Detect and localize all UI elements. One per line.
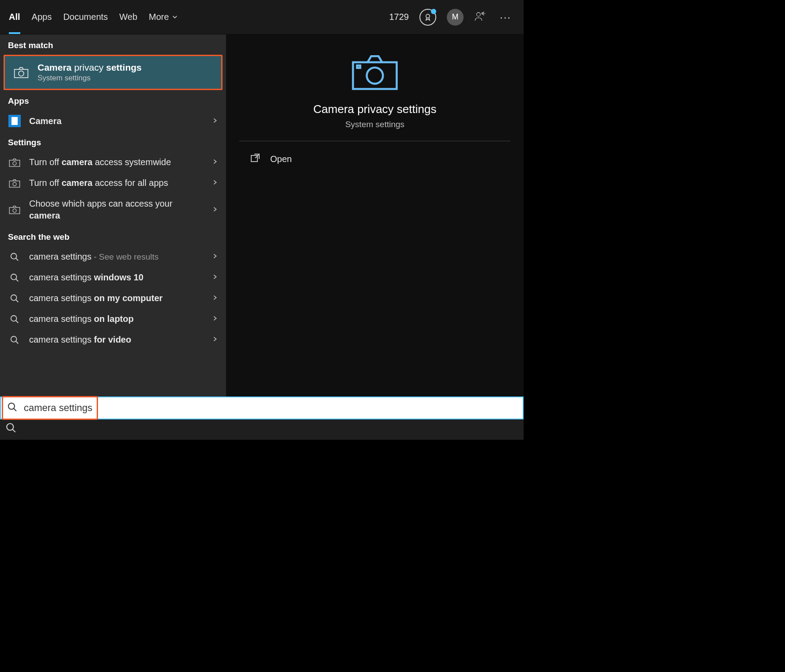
taskbar-search-icon[interactable] <box>0 419 524 440</box>
detail-header: Camera privacy settings System settings <box>239 34 510 141</box>
chevron-right-icon <box>212 205 218 215</box>
web-result-label: camera settings on laptop <box>29 313 204 325</box>
svg-point-14 <box>11 315 17 321</box>
svg-point-0 <box>426 14 430 18</box>
chevron-right-icon <box>212 158 218 167</box>
main-split: Best match Camera privacy settings Syste… <box>0 34 524 396</box>
tabs-left: All Apps Documents Web More <box>9 0 178 34</box>
search-icon <box>8 252 21 262</box>
search-icon <box>8 335 21 345</box>
apps-heading: Apps <box>0 90 226 110</box>
best-match-result[interactable]: Camera privacy settings System settings <box>4 55 223 90</box>
detail-title: Camera privacy settings <box>313 102 437 116</box>
chevron-right-icon <box>212 273 218 282</box>
svg-point-11 <box>11 253 17 259</box>
svg-rect-7 <box>9 181 19 187</box>
best-match-text: Camera privacy settings System settings <box>38 62 142 83</box>
setting-result-label: Choose which apps can access your camera <box>29 198 204 222</box>
search-bar-area <box>0 396 524 419</box>
web-result-label: camera settings for video <box>29 334 204 346</box>
svg-point-12 <box>11 274 17 279</box>
chevron-right-icon <box>212 178 218 188</box>
web-heading: Search the web <box>0 226 226 246</box>
avatar[interactable]: M <box>447 9 464 26</box>
tab-more-label: More <box>149 12 169 22</box>
search-icon <box>1 402 24 414</box>
setting-result-label: Turn off camera access systemwide <box>29 156 204 168</box>
svg-point-10 <box>13 209 16 212</box>
notification-dot-icon <box>431 9 436 14</box>
chevron-right-icon <box>212 117 218 126</box>
search-input[interactable] <box>24 397 523 419</box>
svg-rect-9 <box>9 208 19 214</box>
search-icon <box>8 273 21 283</box>
chevron-down-icon <box>172 12 178 22</box>
best-match-subtitle: System settings <box>38 74 142 83</box>
svg-point-20 <box>8 403 15 409</box>
camera-icon <box>351 52 399 94</box>
settings-heading: Settings <box>0 132 226 152</box>
svg-point-8 <box>13 182 16 186</box>
detail-subtitle: System settings <box>345 120 404 129</box>
tab-documents[interactable]: Documents <box>63 0 108 34</box>
web-result-2[interactable]: camera settings on my computer <box>0 288 226 309</box>
svg-point-21 <box>7 423 13 430</box>
best-match-title: Camera privacy settings <box>38 62 142 73</box>
tabs-right: 1729 M ··· <box>389 9 515 26</box>
tab-more[interactable]: More <box>149 0 178 34</box>
camera-icon <box>13 64 30 81</box>
chevron-right-icon <box>212 294 218 303</box>
search-window: All Apps Documents Web More 1729 M ··· <box>0 0 524 440</box>
camera-icon <box>8 158 21 167</box>
open-icon <box>250 153 260 165</box>
web-result-label: camera settings on my computer <box>29 292 204 304</box>
setting-result-label: Turn off camera access for all apps <box>29 177 204 189</box>
web-result-0[interactable]: camera settings - See web results <box>0 246 226 267</box>
camera-icon <box>8 205 21 215</box>
svg-point-17 <box>367 68 383 84</box>
chevron-right-icon <box>212 335 218 344</box>
more-options-icon[interactable]: ··· <box>496 11 515 23</box>
setting-result-2[interactable]: Choose which apps can access your camera <box>0 193 226 226</box>
detail-pane: Camera privacy settings System settings … <box>226 34 524 396</box>
rewards-icon[interactable] <box>419 9 436 26</box>
svg-point-13 <box>11 294 17 300</box>
app-result-camera[interactable]: Camera <box>0 110 226 132</box>
camera-icon <box>8 178 21 188</box>
svg-point-1 <box>476 12 480 16</box>
app-result-label: Camera <box>29 115 204 127</box>
chevron-right-icon <box>212 314 218 324</box>
tab-apps[interactable]: Apps <box>32 0 52 34</box>
open-label: Open <box>270 154 292 164</box>
rewards-points: 1729 <box>389 12 409 22</box>
web-result-label: camera settings windows 10 <box>29 272 204 283</box>
tabs-bar: All Apps Documents Web More 1729 M ··· <box>0 0 524 34</box>
best-match-heading: Best match <box>0 34 226 55</box>
app-icon <box>8 115 21 127</box>
svg-point-6 <box>13 162 16 165</box>
setting-result-0[interactable]: Turn off camera access systemwide <box>0 152 226 173</box>
tab-web[interactable]: Web <box>119 0 137 34</box>
tab-all[interactable]: All <box>9 0 20 34</box>
search-icon <box>8 294 21 303</box>
svg-point-4 <box>19 71 24 76</box>
web-result-label: camera settings - See web results <box>29 251 204 263</box>
search-bar[interactable] <box>0 396 524 419</box>
chevron-right-icon <box>212 252 218 261</box>
svg-rect-5 <box>9 160 19 166</box>
setting-result-1[interactable]: Turn off camera access for all apps <box>0 173 226 193</box>
web-result-3[interactable]: camera settings on laptop <box>0 309 226 329</box>
open-action[interactable]: Open <box>226 141 524 177</box>
web-result-4[interactable]: camera settings for video <box>0 329 226 350</box>
search-icon <box>8 314 21 324</box>
svg-rect-18 <box>357 65 360 68</box>
people-icon[interactable] <box>474 11 486 24</box>
web-result-1[interactable]: camera settings windows 10 <box>0 267 226 288</box>
results-pane: Best match Camera privacy settings Syste… <box>0 34 226 396</box>
svg-point-15 <box>11 336 17 342</box>
